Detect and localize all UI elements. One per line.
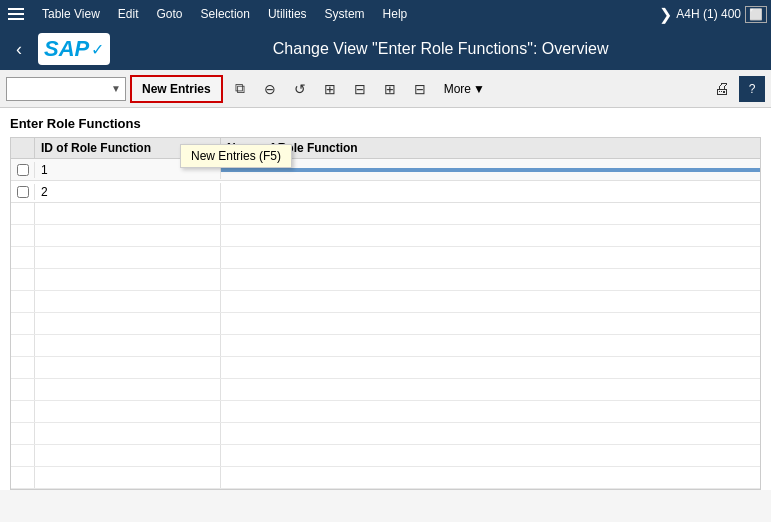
empty-row xyxy=(11,335,760,357)
empty-name xyxy=(221,445,760,466)
empty-id xyxy=(35,313,221,334)
section-title: Enter Role Functions xyxy=(10,116,761,131)
row2-checkbox-input[interactable] xyxy=(17,186,29,198)
system-info: A4H (1) 400 xyxy=(676,7,741,21)
menu-edit[interactable]: Edit xyxy=(110,5,147,23)
back-button[interactable]: ‹ xyxy=(10,37,28,62)
menu-tableview[interactable]: Table View xyxy=(34,5,108,23)
expand-icon[interactable]: ⬜ xyxy=(745,6,767,23)
empty-row xyxy=(11,401,760,423)
row2-checkbox[interactable] xyxy=(11,184,35,200)
empty-row xyxy=(11,379,760,401)
empty-id xyxy=(35,445,221,466)
print-button[interactable]: 🖨 xyxy=(709,76,735,102)
empty-row xyxy=(11,357,760,379)
empty-name xyxy=(221,203,760,224)
titlebar: ‹ SAP ✓ Change View "Enter Role Function… xyxy=(0,28,771,70)
empty-id xyxy=(35,203,221,224)
table-row: 1 xyxy=(11,159,760,181)
row1-checkbox-input[interactable] xyxy=(17,164,29,176)
row2-name[interactable] xyxy=(221,190,760,194)
delete-icon: ⊖ xyxy=(264,81,276,97)
empty-check xyxy=(11,291,35,312)
th-checkbox xyxy=(11,138,35,158)
empty-row xyxy=(11,423,760,445)
move-icon: ⊞ xyxy=(324,81,336,97)
grid-icon-button[interactable]: ⊞ xyxy=(377,76,403,102)
empty-check xyxy=(11,335,35,356)
copy-icon-button[interactable]: ⧉ xyxy=(227,76,253,102)
toolbar: ▼ New Entries ⧉ ⊖ ↺ ⊞ ⊟ ⊞ ⊟ More ▼ 🖨 ? xyxy=(0,70,771,108)
empty-name xyxy=(221,313,760,334)
empty-name xyxy=(221,269,760,290)
empty-check xyxy=(11,269,35,290)
toolbar-dropdown[interactable]: ▼ xyxy=(6,77,126,101)
empty-id xyxy=(35,291,221,312)
empty-id xyxy=(35,335,221,356)
empty-id xyxy=(35,379,221,400)
empty-name xyxy=(221,467,760,488)
empty-id xyxy=(35,357,221,378)
empty-id xyxy=(35,269,221,290)
dropdown-arrow-icon: ▼ xyxy=(111,83,121,94)
hamburger-menu[interactable] xyxy=(4,2,28,26)
row2-id: 2 xyxy=(35,183,221,201)
menu-system[interactable]: System xyxy=(317,5,373,23)
empty-id xyxy=(35,247,221,268)
empty-row xyxy=(11,445,760,467)
th-name: Name of Role Function xyxy=(221,138,760,158)
empty-check xyxy=(11,225,35,246)
sap-text: SAP xyxy=(44,38,89,60)
row1-name[interactable] xyxy=(221,168,760,172)
empty-row xyxy=(11,313,760,335)
new-entries-tooltip: New Entries (F5) xyxy=(180,144,292,168)
empty-name xyxy=(221,401,760,422)
empty-check xyxy=(11,423,35,444)
row1-checkbox[interactable] xyxy=(11,162,35,178)
menubar-right: ❯ A4H (1) 400 ⬜ xyxy=(659,5,767,24)
empty-check xyxy=(11,313,35,334)
table-header: ID of Role Function Name of Role Functio… xyxy=(11,138,760,159)
menu-goto[interactable]: Goto xyxy=(149,5,191,23)
empty-row xyxy=(11,247,760,269)
empty-check xyxy=(11,357,35,378)
help-icon: ? xyxy=(749,82,756,96)
empty-name xyxy=(221,379,760,400)
undo-icon-button[interactable]: ↺ xyxy=(287,76,313,102)
more-label: More xyxy=(444,82,471,96)
empty-name xyxy=(221,291,760,312)
new-entries-button[interactable]: New Entries xyxy=(130,75,223,103)
help-button[interactable]: ? xyxy=(739,76,765,102)
more-chevron-icon: ▼ xyxy=(473,82,485,96)
copy-icon: ⧉ xyxy=(235,80,245,97)
chevron-right-icon: ❯ xyxy=(659,5,672,24)
empty-check xyxy=(11,247,35,268)
details-icon: ⊟ xyxy=(354,81,366,97)
table-row: 2 xyxy=(11,181,760,203)
more-button[interactable]: More ▼ xyxy=(437,79,492,99)
menu-help[interactable]: Help xyxy=(375,5,416,23)
content-area: Enter Role Functions ID of Role Function… xyxy=(0,108,771,490)
empty-id xyxy=(35,423,221,444)
menu-selection[interactable]: Selection xyxy=(193,5,258,23)
empty-id xyxy=(35,401,221,422)
undo-icon: ↺ xyxy=(294,81,306,97)
empty-check xyxy=(11,401,35,422)
empty-check xyxy=(11,445,35,466)
empty-name xyxy=(221,357,760,378)
sap-checkmark-icon: ✓ xyxy=(91,40,104,59)
move-icon-button[interactable]: ⊞ xyxy=(317,76,343,102)
grid-icon: ⊞ xyxy=(384,81,396,97)
page-title: Change View "Enter Role Functions": Over… xyxy=(120,40,761,58)
menu-utilities[interactable]: Utilities xyxy=(260,5,315,23)
details-icon-button[interactable]: ⊟ xyxy=(347,76,373,102)
delete-icon-button[interactable]: ⊖ xyxy=(257,76,283,102)
empty-check xyxy=(11,203,35,224)
empty-id xyxy=(35,467,221,488)
print-icon: 🖨 xyxy=(714,80,730,98)
empty-row xyxy=(11,225,760,247)
config-icon-button[interactable]: ⊟ xyxy=(407,76,433,102)
empty-check xyxy=(11,467,35,488)
empty-name xyxy=(221,335,760,356)
config-icon: ⊟ xyxy=(414,81,426,97)
